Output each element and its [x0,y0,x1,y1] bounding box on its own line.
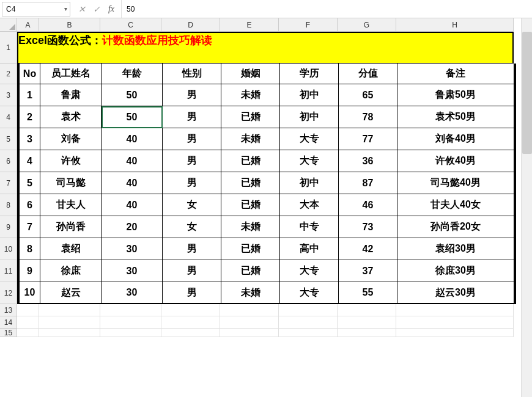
cell-C10[interactable]: 30 [102,238,163,260]
cell-A12[interactable]: 10 [18,282,40,304]
cell-E15[interactable] [220,329,279,337]
rowhead-4[interactable]: 4 [0,106,17,128]
cell-D9[interactable]: 女 [163,216,221,238]
scroll-thumb[interactable] [522,32,532,154]
cell-A11[interactable]: 9 [18,260,40,282]
cell-B15[interactable] [39,329,100,337]
rowhead-2[interactable]: 2 [0,64,17,84]
cell-D10[interactable]: 男 [163,238,221,260]
cell-C12[interactable]: 30 [102,282,163,304]
cell-G12[interactable]: 55 [339,282,397,304]
cell-D13[interactable] [161,304,220,316]
cell-D11[interactable]: 男 [163,260,221,282]
cell-B5[interactable]: 刘备 [40,128,102,150]
cell-C6[interactable]: 40 [102,150,163,172]
cell-B4[interactable]: 袁术 [40,106,102,128]
cell-D14[interactable] [161,316,220,329]
cell-D8[interactable]: 女 [163,194,221,216]
hdr-age[interactable]: 年龄 [102,64,163,84]
cell-G7[interactable]: 87 [339,172,397,194]
cell-H12[interactable]: 赵云30男 [397,282,515,304]
rowhead-1[interactable]: 1 [0,32,17,64]
rowhead-13[interactable]: 13 [0,304,17,316]
cell-F13[interactable] [279,304,338,316]
rowhead-10[interactable]: 10 [0,238,17,260]
cell-B10[interactable]: 袁绍 [40,238,102,260]
cell-E5[interactable]: 未婚 [221,128,280,150]
cell-A15[interactable] [17,329,39,337]
cell-G8[interactable]: 46 [339,194,397,216]
fx-icon[interactable]: fx [104,4,119,14]
cell-D15[interactable] [161,329,220,337]
cell-A4[interactable]: 2 [18,106,40,128]
cell-F4[interactable]: 初中 [280,106,339,128]
cell-B12[interactable]: 赵云 [40,282,102,304]
rowhead-11[interactable]: 11 [0,260,17,282]
cell-D4[interactable]: 男 [163,106,221,128]
col-E[interactable]: E [220,18,279,32]
cell-D3[interactable]: 男 [163,84,221,106]
cell-E8[interactable]: 已婚 [221,194,280,216]
col-D[interactable]: D [161,18,220,32]
col-H[interactable]: H [396,18,514,32]
cell-A8[interactable]: 6 [18,194,40,216]
cell-C4[interactable]: 50 [102,106,163,128]
cell-H13[interactable] [396,304,514,316]
cell-H3[interactable]: 鲁肃50男 [397,84,515,106]
rowhead-5[interactable]: 5 [0,128,17,150]
cell-G11[interactable]: 37 [339,260,397,282]
cell-F9[interactable]: 中专 [280,216,339,238]
col-C[interactable]: C [100,18,161,32]
cell-A5[interactable]: 3 [18,128,40,150]
cell-E13[interactable] [220,304,279,316]
cell-G3[interactable]: 65 [339,84,397,106]
cell-H8[interactable]: 甘夫人40女 [397,194,515,216]
rowhead-3[interactable]: 3 [0,84,17,106]
title-cell[interactable]: Excel函数公式：计数函数应用技巧解读 [17,32,514,64]
cell-H11[interactable]: 徐庶30男 [397,260,515,282]
dropdown-icon[interactable]: ▾ [64,5,67,12]
cell-A10[interactable]: 8 [18,238,40,260]
cell-A13[interactable] [17,304,39,316]
cell-G15[interactable] [338,329,396,337]
confirm-icon[interactable]: ✓ [89,4,104,14]
cell-B3[interactable]: 鲁肃 [40,84,102,106]
hdr-no[interactable]: No [18,64,40,84]
col-G[interactable]: G [338,18,396,32]
cell-F12[interactable]: 大专 [280,282,339,304]
cell-C7[interactable]: 40 [102,172,163,194]
cell-B6[interactable]: 许攸 [40,150,102,172]
vertical-scrollbar[interactable] [521,18,532,397]
hdr-gender[interactable]: 性别 [163,64,221,84]
cell-E12[interactable]: 未婚 [221,282,280,304]
hdr-note[interactable]: 备注 [397,64,515,84]
cell-E7[interactable]: 已婚 [221,172,280,194]
cell-B14[interactable] [39,316,100,329]
cell-C14[interactable] [100,316,161,329]
cell-A9[interactable]: 7 [18,216,40,238]
cell-D12[interactable]: 男 [163,282,221,304]
cell-G4[interactable]: 78 [339,106,397,128]
cell-B7[interactable]: 司马懿 [40,172,102,194]
cell-H7[interactable]: 司马懿40男 [397,172,515,194]
cell-H9[interactable]: 孙尚香20女 [397,216,515,238]
cell-G6[interactable]: 36 [339,150,397,172]
cell-E3[interactable]: 未婚 [221,84,280,106]
cell-B9[interactable]: 孙尚香 [40,216,102,238]
hdr-marital[interactable]: 婚姻 [221,64,280,84]
cell-H15[interactable] [396,329,514,337]
rowhead-8[interactable]: 8 [0,194,17,216]
cell-F11[interactable]: 大专 [280,260,339,282]
cell-E10[interactable]: 已婚 [221,238,280,260]
name-box[interactable]: C4 ▾ [2,2,70,16]
cell-G10[interactable]: 42 [339,238,397,260]
cell-B11[interactable]: 徐庶 [40,260,102,282]
cell-B13[interactable] [39,304,100,316]
cell-G9[interactable]: 73 [339,216,397,238]
cell-E4[interactable]: 已婚 [221,106,280,128]
hdr-score[interactable]: 分值 [339,64,397,84]
cell-E9[interactable]: 未婚 [221,216,280,238]
col-A[interactable]: A [17,18,39,32]
hdr-name[interactable]: 员工姓名 [40,64,102,84]
cell-A7[interactable]: 5 [18,172,40,194]
